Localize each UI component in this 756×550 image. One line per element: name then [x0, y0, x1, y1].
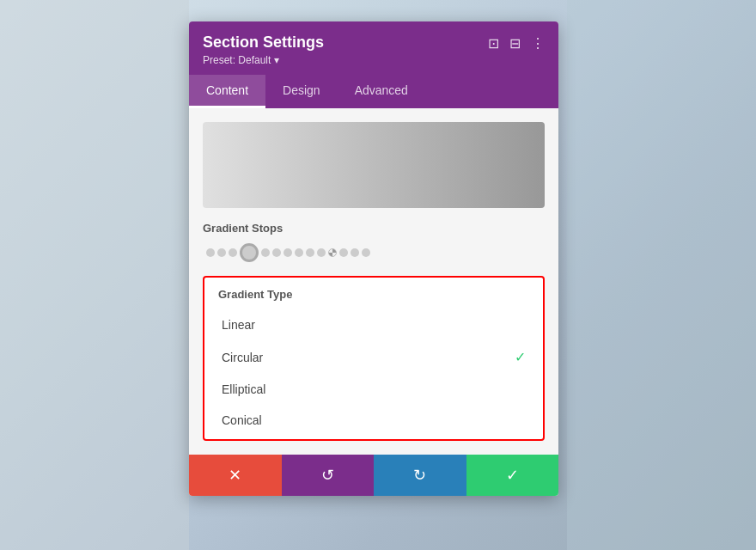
option-circular-label: Circular — [222, 351, 263, 364]
panel-preset[interactable]: Preset: Default ▾ — [203, 54, 545, 66]
expand-icon[interactable]: ⊡ — [488, 35, 499, 52]
stop-dot-7 — [284, 248, 292, 257]
panel-footer: ✕ ↺ ↻ ✓ — [189, 455, 558, 496]
gradient-type-label: Gradient Type — [204, 288, 543, 309]
tab-advanced[interactable]: Advanced — [338, 75, 425, 108]
tab-content[interactable]: Content — [189, 75, 265, 108]
option-elliptical-label: Elliptical — [222, 382, 265, 396]
option-linear[interactable]: Linear — [204, 309, 543, 340]
tab-design[interactable]: Design — [265, 75, 338, 108]
stop-dot-5 — [261, 248, 270, 257]
stop-dot-active[interactable] — [240, 243, 259, 262]
stop-dot-2 — [217, 248, 226, 257]
stop-dot-10 — [317, 248, 326, 257]
stop-dot-13 — [351, 248, 359, 257]
undo-button[interactable]: ↺ — [282, 455, 375, 496]
panel-body: Gradient Stops Gradient Type Linear Circ… — [189, 108, 558, 455]
option-conical-label: Conical — [222, 413, 262, 427]
option-circular[interactable]: Circular ✓ — [204, 340, 543, 374]
gradient-preview — [203, 122, 545, 208]
stop-dot-3 — [229, 248, 237, 257]
stop-dot-checker[interactable] — [328, 248, 337, 257]
stop-dot-9 — [306, 248, 314, 257]
columns-icon[interactable]: ⊟ — [509, 35, 521, 52]
overlay-right — [567, 0, 756, 550]
more-icon[interactable]: ⋮ — [531, 35, 545, 52]
redo-button[interactable]: ↻ — [374, 455, 466, 496]
redo-icon: ↻ — [413, 466, 426, 485]
section-settings-panel: Section Settings Preset: Default ▾ ⊡ ⊟ ⋮… — [189, 21, 558, 496]
gradient-stops-label: Gradient Stops — [203, 222, 545, 235]
option-conical[interactable]: Conical — [204, 405, 543, 436]
circular-check-icon: ✓ — [515, 349, 526, 365]
stop-dot-14 — [362, 248, 370, 257]
option-elliptical[interactable]: Elliptical — [204, 374, 543, 405]
overlay-left — [0, 0, 189, 550]
stop-dot-8 — [295, 248, 303, 257]
cancel-button[interactable]: ✕ — [189, 455, 282, 496]
save-button[interactable]: ✓ — [466, 455, 559, 496]
undo-icon: ↺ — [321, 466, 334, 485]
cancel-icon: ✕ — [229, 466, 241, 485]
panel-header-icons: ⊡ ⊟ ⋮ — [488, 35, 545, 52]
panel-header: Section Settings Preset: Default ▾ ⊡ ⊟ ⋮ — [189, 21, 558, 75]
stop-dot-1 — [206, 248, 215, 257]
tabs-bar: Content Design Advanced — [189, 75, 558, 108]
stop-dot-12 — [339, 248, 348, 257]
gradient-type-section: Gradient Type Linear Circular ✓ Elliptic… — [203, 276, 545, 441]
gradient-stops-track — [203, 243, 545, 262]
stop-dot-6 — [272, 248, 281, 257]
option-linear-label: Linear — [222, 318, 255, 332]
save-icon: ✓ — [506, 466, 519, 485]
